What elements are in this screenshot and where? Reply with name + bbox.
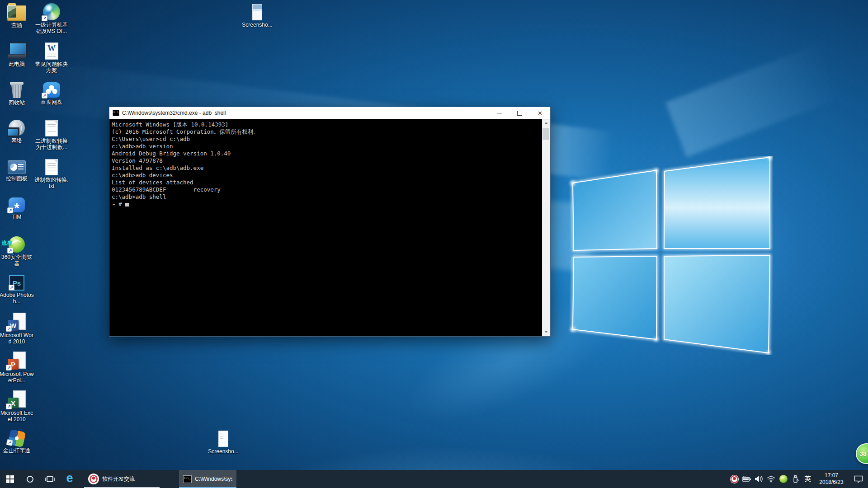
scrollbar-track[interactable] xyxy=(542,127,550,328)
desktop-icon-label: 控制面板 xyxy=(0,175,34,182)
tray-360-security[interactable] xyxy=(777,470,789,488)
desktop-icon-kingsoft-typing[interactable]: 金山打字通 xyxy=(0,429,34,454)
action-center-button[interactable] xyxy=(849,470,868,488)
terminal-area[interactable]: Microsoft Windows [版本 10.0.14393](c) 201… xyxy=(110,119,550,336)
taskbar-item-chat[interactable]: 软件开发交流 xyxy=(84,470,160,488)
cmd-icon xyxy=(183,475,192,483)
icon-badge-text xyxy=(219,431,228,446)
terminal-line: Android Debug Bridge version 1.0.40 xyxy=(112,150,542,157)
desktop-icon-label: 网络 xyxy=(0,137,34,144)
maximize-button[interactable] xyxy=(509,107,530,119)
cmd-window-titlebar[interactable]: C:\Windows\system32\cmd.exe - adb shell xyxy=(109,107,550,119)
speaker-icon xyxy=(755,475,763,483)
cmd-window: C:\Windows\system32\cmd.exe - adb shell … xyxy=(109,107,551,337)
desktop-icon-glyph: P xyxy=(7,352,26,370)
desktop-icon-screenshot-top[interactable]: Screensho... xyxy=(240,3,274,28)
desktop-icon-control-panel[interactable]: 控制面板 xyxy=(0,158,34,182)
action-center-icon xyxy=(854,475,863,483)
desktop-icon-label: 二进制数转换为十进制数... xyxy=(34,138,69,150)
desktop-icon-microsoft-excel-2010[interactable]: X Microsoft Excel 2010 xyxy=(0,390,34,422)
desktop-icon-360-safe-browser[interactable]: 流星 360安全浏览器 xyxy=(0,235,34,267)
terminal-line: Microsoft Windows [版本 10.0.14393] xyxy=(112,121,542,128)
terminal-cursor xyxy=(125,203,129,206)
desktop-icon-this-pc[interactable]: 此电脑 xyxy=(0,42,34,67)
desktop-icon-glyph: Ps xyxy=(9,275,24,291)
windows-start-icon xyxy=(6,475,14,483)
desktop-icon-label: 回收站 xyxy=(0,99,34,106)
icon-badge-text xyxy=(7,42,26,60)
terminal-line: c:\adb>adb devices xyxy=(112,172,542,179)
desktop-icon-adobe-photoshop[interactable]: Ps Adobe Photosh... xyxy=(0,274,34,305)
desktop-icon-microsoft-word-2010[interactable]: W Microsoft Word 2010 xyxy=(0,313,34,345)
scroll-down-icon[interactable] xyxy=(542,328,550,336)
scrollbar-thumb[interactable] xyxy=(542,128,549,140)
taskbar-item-cmd[interactable]: C:\Windows\syste... xyxy=(179,470,236,488)
scroll-up-icon[interactable] xyxy=(542,119,550,127)
icon-badge-text xyxy=(253,5,262,20)
desktop-icon-xuanhan-folder[interactable]: 萱涵 xyxy=(0,3,34,28)
desktop-icon-glyph: W xyxy=(45,42,58,60)
desktop-icon-label: Screensho... xyxy=(206,448,241,455)
shortcut-arrow-icon xyxy=(7,207,13,213)
start-button[interactable] xyxy=(0,470,20,488)
desktop-icon-baidu-netdisk[interactable]: 百度网盘 xyxy=(34,80,69,105)
close-button[interactable] xyxy=(530,107,550,119)
terminal-line: ~ # xyxy=(112,201,542,208)
tray-clock[interactable]: 17:07 2018/6/23 xyxy=(814,470,849,488)
shortcut-arrow-icon xyxy=(6,365,12,371)
desktop-icon-glyph xyxy=(45,159,58,175)
desktop-icon-label: 进制数的转换.txt xyxy=(34,177,69,189)
clock-time: 17:07 xyxy=(825,472,838,479)
desktop-icon-label: 萱涵 xyxy=(0,22,34,28)
desktop-icon-label: 常见问题解决方案 xyxy=(34,61,69,74)
desktop-icon-glyph xyxy=(7,42,26,60)
desktop-icon-binary-to-decimal-txt[interactable]: 二进制数转换为十进制数... xyxy=(34,119,69,150)
desktop-icon-glyph xyxy=(9,120,25,136)
search-icon xyxy=(27,476,33,483)
accelerator-ball-value: 38 xyxy=(860,450,866,457)
desktop-icon-recycle-bin[interactable]: 回收站 xyxy=(0,80,34,106)
desktop-icon-glyph: W xyxy=(7,313,26,331)
desktop-icon-microsoft-powerpoint[interactable]: P Microsoft PowerPoi... xyxy=(0,352,34,384)
desktop-icon-glyph xyxy=(252,4,262,20)
desktop-icon-glyph xyxy=(43,82,60,98)
desktop-icon-label: 一级计算机基础及MS Of... xyxy=(34,22,69,34)
desktop-icon-network[interactable]: 网络 xyxy=(0,119,34,144)
task-view-icon xyxy=(47,476,53,482)
terminal-line: List of devices attached xyxy=(112,179,542,186)
desktop-icon-screenshot-bottom[interactable]: Screensho... xyxy=(206,429,241,455)
tray-chat-app[interactable] xyxy=(728,470,741,488)
tray-battery[interactable] xyxy=(741,470,753,488)
tray-volume[interactable] xyxy=(753,470,765,488)
desktop-icon-computer-basics-course[interactable]: 一级计算机基础及MS Of... xyxy=(34,3,69,34)
desktop-icon-tim[interactable]: * TIM xyxy=(0,197,34,220)
desktop-icon-glyph xyxy=(8,429,26,447)
search-button[interactable] xyxy=(20,470,40,488)
task-view-button[interactable] xyxy=(40,470,60,488)
desktop-icon-label: 此电脑 xyxy=(0,61,34,67)
battery-charging-icon xyxy=(742,476,751,482)
desktop[interactable]: 萱涵 一级计算机基础及MS Of... 此电脑 W 常见问题解决方案 回收站 xyxy=(0,0,868,470)
icon-badge-text xyxy=(7,5,16,18)
desktop-icon-radix-conversion-txt[interactable]: 进制数的转换.txt xyxy=(34,158,69,189)
minimize-button[interactable] xyxy=(489,107,509,119)
desktop-icon-glyph xyxy=(218,431,228,447)
desktop-icon-glyph: X xyxy=(7,390,26,408)
tray-usb[interactable] xyxy=(789,470,802,488)
ime-language-indicator: 英 xyxy=(805,475,811,483)
desktop-icon-faq-solutions-doc[interactable]: W 常见问题解决方案 xyxy=(34,42,69,74)
usb-device-icon xyxy=(792,475,799,483)
taskbar-item-label: 软件开发交流 xyxy=(102,475,135,483)
desktop-icon-glyph xyxy=(10,82,24,98)
icon-badge-text xyxy=(9,120,25,136)
edge-button[interactable]: e xyxy=(60,470,80,488)
terminal-scrollbar[interactable] xyxy=(542,119,550,336)
terminal-line: c:\adb>adb shell xyxy=(112,193,542,201)
tray-wifi[interactable] xyxy=(765,470,777,488)
desktop-icon-label: Screensho... xyxy=(240,22,274,28)
desktop-icon-label: 金山打字通 xyxy=(0,447,34,454)
terminal-output: Microsoft Windows [版本 10.0.14393](c) 201… xyxy=(110,119,542,336)
tray-ime[interactable]: 英 xyxy=(802,470,814,488)
desktop-icon-glyph xyxy=(45,120,58,136)
accelerator-ball[interactable]: 38 xyxy=(856,443,868,464)
